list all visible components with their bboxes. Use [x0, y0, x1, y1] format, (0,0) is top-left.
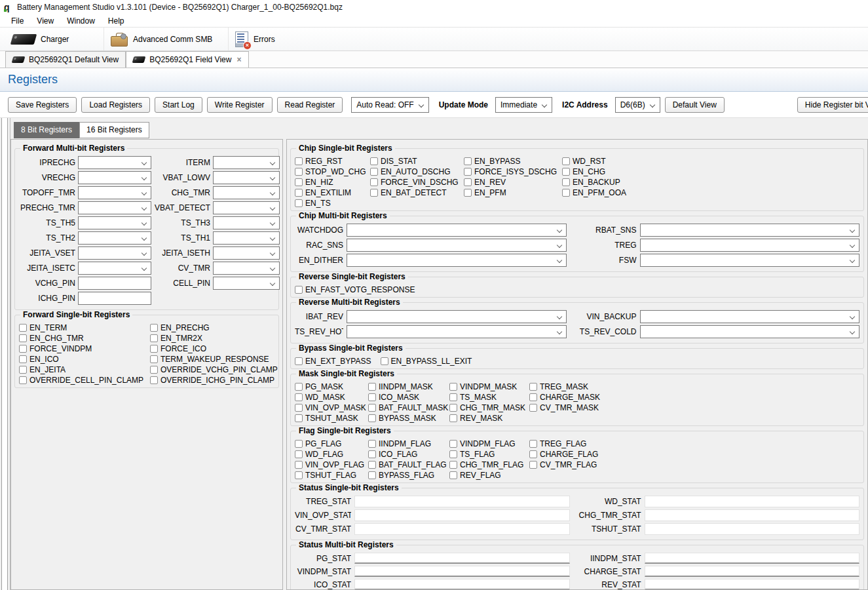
checkbox-en-ts[interactable]: EN_TS — [295, 198, 370, 208]
checkbox-icon[interactable] — [370, 178, 378, 186]
jeita-isetc-select[interactable] — [78, 262, 151, 275]
tab-default-view[interactable]: BQ25692Q1 Default View — [5, 51, 126, 68]
menu-help[interactable]: Help — [102, 15, 130, 27]
toolbar-advanced-comm-smb[interactable]: Advanced Comm SMB — [104, 28, 228, 50]
checkbox-icon[interactable] — [19, 366, 27, 374]
checkbox-bypass-mask[interactable]: BYPASS_MASK — [368, 413, 449, 423]
vrechg-select[interactable] — [78, 171, 151, 184]
save-registers-button[interactable]: Save Registers — [8, 97, 77, 113]
checkbox-icon[interactable] — [449, 461, 457, 469]
checkbox-en-jeita[interactable]: EN_JEITA — [19, 364, 150, 374]
checkbox-chg-tmr-mask[interactable]: CHG_TMR_MASK — [449, 403, 529, 412]
close-tab-icon[interactable]: × — [236, 55, 242, 64]
checkbox-icon[interactable] — [19, 334, 27, 342]
checkbox-ico-flag[interactable]: ICO_FLAG — [368, 449, 449, 459]
checkbox-icon[interactable] — [295, 357, 303, 365]
checkbox-icon[interactable] — [464, 178, 472, 186]
prechg-tmr-select[interactable] — [78, 201, 151, 214]
checkbox-icon[interactable] — [150, 366, 158, 374]
checkbox-icon[interactable] — [150, 355, 158, 363]
ts-rev-cold-select[interactable] — [640, 325, 860, 338]
checkbox-icon[interactable] — [529, 393, 537, 401]
vin-backup-select[interactable] — [640, 310, 860, 323]
ts-th1-select[interactable] — [213, 231, 280, 245]
menu-view[interactable]: View — [31, 15, 60, 27]
checkbox-vindpm-mask[interactable]: VINDPM_MASK — [449, 382, 529, 391]
checkbox-en-rev[interactable]: EN_REV — [464, 177, 562, 187]
ts-th5-select[interactable] — [78, 216, 151, 229]
tab-field-view[interactable]: BQ25692Q1 Field View × — [126, 51, 249, 68]
checkbox-icon[interactable] — [368, 383, 376, 391]
checkbox-dis-stat[interactable]: DIS_STAT — [370, 156, 464, 166]
checkbox-icon[interactable] — [295, 383, 303, 391]
checkbox-icon[interactable] — [19, 324, 27, 332]
toolbar-charger[interactable]: Charger — [5, 28, 104, 50]
checkbox-icon[interactable] — [464, 189, 472, 197]
checkbox-en-bat-detect[interactable]: EN_BAT_DETECT — [370, 187, 464, 197]
checkbox-icon[interactable] — [295, 450, 303, 458]
ts-th3-select[interactable] — [213, 216, 280, 229]
checkbox-en-bypass[interactable]: EN_BYPASS — [464, 156, 562, 166]
checkbox-rev-flag[interactable]: REV_FLAG — [449, 470, 529, 480]
checkbox-icon[interactable] — [295, 393, 303, 401]
checkbox-chg-tmr-flag[interactable]: CHG_TMR_FLAG — [449, 460, 529, 469]
checkbox-term-wakeup-response[interactable]: TERM_WAKEUP_RESPONSE — [150, 354, 278, 364]
checkbox-icon[interactable] — [150, 345, 158, 353]
checkbox-cv-tmr-flag[interactable]: CV_TMR_FLAG — [529, 460, 859, 469]
jeita-iseth-select[interactable] — [213, 246, 280, 260]
cv-tmr-select[interactable] — [213, 262, 280, 275]
checkbox-icon[interactable] — [464, 168, 472, 176]
checkbox-en-prechg[interactable]: EN_PRECHG — [150, 323, 278, 332]
checkbox-bypass-flag[interactable]: BYPASS_FLAG — [368, 470, 449, 480]
iprechg-select[interactable] — [78, 156, 151, 169]
en-dither-select[interactable] — [347, 254, 567, 267]
checkbox-iindpm-flag[interactable]: IINDPM_FLAG — [368, 439, 449, 448]
checkbox-icon[interactable] — [295, 286, 303, 294]
treg-select[interactable] — [640, 239, 860, 252]
cell-pin-select[interactable] — [213, 277, 280, 290]
i2c-address-select[interactable]: D6(6B) — [615, 97, 660, 113]
checkbox-icon[interactable] — [295, 199, 303, 207]
checkbox-en-auto-dschg[interactable]: EN_AUTO_DSCHG — [370, 167, 464, 176]
watchdog-select[interactable] — [347, 224, 567, 237]
checkbox-ico-mask[interactable]: ICO_MASK — [368, 392, 449, 402]
checkbox-override-cell-pin-clamp[interactable]: OVERRIDE_CELL_PIN_CLAMP — [19, 375, 150, 385]
checkbox-en-ext-bypass[interactable]: EN_EXT_BYPASS — [295, 356, 371, 366]
ts-rev-hot-select[interactable] — [347, 325, 567, 338]
checkbox-bat-fault-mask[interactable]: BAT_FAULT_MASK — [368, 403, 449, 412]
checkbox-icon[interactable] — [19, 355, 27, 363]
checkbox-icon[interactable] — [449, 393, 457, 401]
checkbox-icon[interactable] — [368, 440, 376, 448]
checkbox-icon[interactable] — [295, 471, 303, 479]
checkbox-icon[interactable] — [150, 376, 158, 384]
checkbox-en-bypass-ll-exit[interactable]: EN_BYPASS_LL_EXIT — [381, 356, 472, 366]
topoff-tmr-select[interactable] — [78, 186, 151, 199]
checkbox-en-fast-votg-response[interactable]: EN_FAST_VOTG_RESPONSE — [295, 285, 415, 294]
checkbox-ts-flag[interactable]: TS_FLAG — [449, 449, 529, 459]
menu-window[interactable]: Window — [61, 15, 101, 27]
read-register-button[interactable]: Read Register — [277, 97, 343, 113]
checkbox-pg-mask[interactable]: PG_MASK — [295, 382, 368, 391]
checkbox-icon[interactable] — [295, 189, 303, 197]
checkbox-icon[interactable] — [562, 178, 570, 186]
checkbox-icon[interactable] — [464, 157, 472, 165]
menu-file[interactable]: File — [5, 15, 29, 27]
checkbox-icon[interactable] — [562, 189, 570, 197]
checkbox-icon[interactable] — [381, 357, 388, 365]
checkbox-override-vchg-pin-clamp[interactable]: OVERRIDE_VCHG_PIN_CLAMP — [150, 364, 278, 374]
checkbox-wd-rst[interactable]: WD_RST — [562, 156, 859, 166]
checkbox-icon[interactable] — [295, 178, 303, 186]
checkbox-icon[interactable] — [370, 168, 378, 176]
checkbox-icon[interactable] — [150, 324, 158, 332]
write-register-button[interactable]: Write Register — [207, 97, 273, 113]
iterm-select[interactable] — [213, 156, 280, 169]
checkbox-icon[interactable] — [150, 334, 158, 342]
checkbox-vin-ovp-flag[interactable]: VIN_OVP_FLAG — [295, 460, 368, 469]
checkbox-icon[interactable] — [368, 393, 376, 401]
checkbox-icon[interactable] — [370, 189, 378, 197]
checkbox-icon[interactable] — [449, 440, 457, 448]
checkbox-icon[interactable] — [368, 404, 376, 412]
checkbox-charge-flag[interactable]: CHARGE_FLAG — [529, 449, 859, 459]
ibat-rev-select[interactable] — [347, 310, 567, 323]
checkbox-force-isys-dschg[interactable]: FORCE_ISYS_DSCHG — [464, 167, 562, 176]
